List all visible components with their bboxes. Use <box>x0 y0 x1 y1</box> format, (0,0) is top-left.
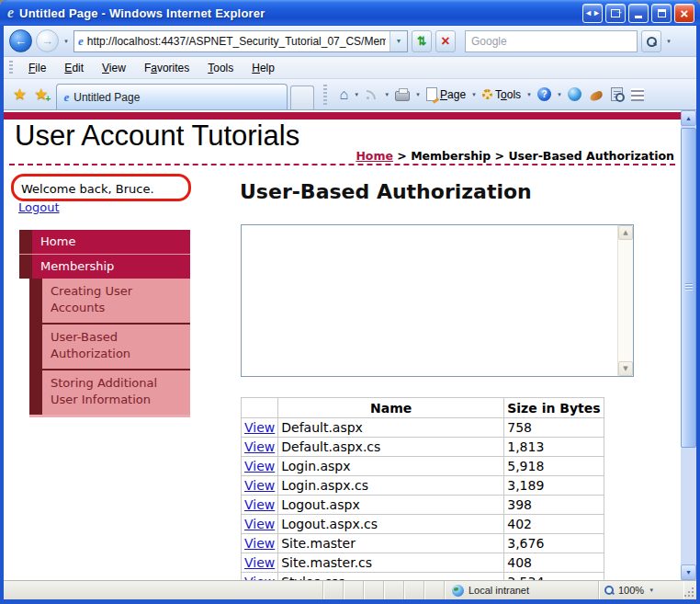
zoom-pane[interactable]: 100% ▼ <box>599 581 683 599</box>
blue-sphere-icon <box>568 87 581 101</box>
view-link[interactable]: View <box>244 459 275 473</box>
scrollbar-down-button[interactable]: ▼ <box>681 564 696 580</box>
feeds-button[interactable] <box>361 85 382 104</box>
nav-item-label: Home <box>32 230 190 254</box>
resize-grip[interactable] <box>683 581 696 599</box>
file-size: 398 <box>504 496 604 515</box>
label-fragment: V <box>102 62 109 74</box>
home-button[interactable]: ⌂ <box>336 85 353 105</box>
browser-window: e Untitled Page - Windows Internet Explo… <box>0 0 700 604</box>
address-dropdown-button[interactable]: ▼ <box>390 31 407 51</box>
stop-button[interactable]: × <box>435 30 456 52</box>
scrollbar-up-button[interactable]: ▲ <box>681 110 696 126</box>
view-link[interactable]: View <box>244 555 275 570</box>
address-field[interactable]: e http://localhost:4437/ASPNET_Security_… <box>73 30 408 52</box>
nav-item-user-based-authorization[interactable]: User-Based Authorization <box>29 323 190 369</box>
view-link[interactable]: View <box>244 536 275 551</box>
scroll-up-button[interactable]: ▲ <box>618 225 633 240</box>
nav-item-storing-additional-user-information[interactable]: Storing Additional User Information <box>29 369 190 415</box>
scrollbar-thumb[interactable] <box>681 128 696 448</box>
tools-menu-button[interactable]: Tools <box>479 85 525 104</box>
nav-item-creating-user-accounts[interactable]: Creating User Accounts <box>29 279 190 323</box>
table-row: View Site.master.cs 408 <box>242 553 604 573</box>
menu-file[interactable]: File <box>20 59 54 77</box>
popout-button[interactable] <box>605 4 626 23</box>
menu-help[interactable]: Help <box>243 59 283 77</box>
search-icon <box>646 36 657 47</box>
menu-edit[interactable]: Edit <box>56 59 92 77</box>
page-top-bar <box>4 112 681 120</box>
home-chevron-icon[interactable]: ▼ <box>353 92 360 97</box>
breadcrumb-home-link[interactable]: Home <box>356 149 393 163</box>
zoom-chevron-icon[interactable]: ▼ <box>648 587 655 593</box>
page-scrollbar[interactable]: ▲ ▼ <box>681 110 696 580</box>
title-bar[interactable]: e Untitled Page - Windows Internet Explo… <box>0 0 700 26</box>
history-chevron-icon[interactable]: ▼ <box>62 39 70 44</box>
view-link[interactable]: View <box>244 439 275 454</box>
page-menu-button[interactable]: Page <box>423 85 469 104</box>
logout-link[interactable]: Logout <box>18 200 60 214</box>
nav-item-membership[interactable]: Membership <box>19 255 190 279</box>
view-link[interactable]: View <box>244 517 275 531</box>
view-link[interactable]: View <box>244 497 275 512</box>
label-fragment: P <box>440 88 447 101</box>
search-input[interactable]: Google <box>465 30 638 52</box>
highlighter-button[interactable] <box>586 85 606 103</box>
table-header-row: Name Size in Bytes <box>242 398 604 418</box>
breadcrumb-membership: Membership <box>411 149 491 163</box>
title-bar-buttons: ◄► × <box>582 4 694 23</box>
menu-view[interactable]: View <box>94 59 134 77</box>
messenger-button[interactable] <box>564 85 585 104</box>
print-chevron-icon[interactable]: ▼ <box>414 92 422 97</box>
scroll-down-button[interactable]: ▼ <box>618 361 633 376</box>
status-segment <box>344 581 364 599</box>
help-button[interactable]: ? <box>534 85 555 104</box>
refresh-icon: ⇄ <box>414 36 428 46</box>
snippet-button[interactable] <box>627 85 648 104</box>
toolbar-grip[interactable] <box>9 61 13 75</box>
file-name: Site.master <box>278 534 504 553</box>
forward-button[interactable]: → <box>36 29 59 52</box>
maximize-icon <box>658 9 666 17</box>
refresh-button[interactable]: ⇄ <box>412 30 432 52</box>
status-segment <box>404 581 424 599</box>
nav-subitem-label: User-Based Authorization <box>42 323 190 369</box>
table-row: View Logout.aspx 398 <box>242 496 604 515</box>
file-size: 1,813 <box>504 438 604 457</box>
tab-untitled-page[interactable]: e Untitled Page <box>56 84 288 109</box>
menu-tools[interactable]: Tools <box>199 59 242 77</box>
textarea-scrollbar[interactable]: ▲ ▼ <box>617 225 633 376</box>
minimize-button[interactable] <box>628 4 649 23</box>
menu-favorites[interactable]: Favorites <box>136 59 198 77</box>
add-favorite-button[interactable]: ★ <box>34 85 48 104</box>
nav-item-home[interactable]: Home <box>19 230 190 254</box>
view-link[interactable]: View <box>244 478 275 493</box>
search-options-chevron-icon[interactable]: ▼ <box>665 39 672 44</box>
label-fragment: elp <box>260 62 275 74</box>
grid-icon <box>631 88 644 101</box>
site-title: User Account Tutorials <box>15 120 299 153</box>
file-name: Default.aspx.cs <box>278 438 504 457</box>
resize-button[interactable]: ◄► <box>582 4 603 23</box>
site-navigation: Home Membership Creating User Accounts U… <box>19 230 190 417</box>
page-chevron-icon[interactable]: ▼ <box>470 92 478 97</box>
web-page: User Account Tutorials Home > Membership… <box>4 110 681 580</box>
dashed-divider <box>9 164 675 165</box>
header-blank <box>242 398 278 418</box>
tools-chevron-icon[interactable]: ▼ <box>525 92 533 97</box>
maximize-button[interactable] <box>651 4 672 23</box>
close-button[interactable]: × <box>674 4 694 23</box>
view-link[interactable]: View <box>244 420 275 435</box>
print-button[interactable] <box>391 85 413 104</box>
nav-edge-strip <box>19 230 32 254</box>
help-chevron-icon[interactable]: ▼ <box>556 92 563 97</box>
menu-bar: File Edit View Favorites Tools Help <box>4 57 696 79</box>
search-button[interactable] <box>641 30 661 52</box>
file-contents-textarea[interactable]: ▲ ▼ <box>241 224 634 377</box>
file-size: 3,534 <box>504 573 604 581</box>
new-tab-button[interactable] <box>290 85 314 109</box>
research-button[interactable] <box>607 85 627 104</box>
feeds-chevron-icon[interactable]: ▼ <box>383 92 390 97</box>
back-button[interactable]: ← <box>9 29 32 52</box>
favorites-center-button[interactable]: ★ <box>13 85 27 104</box>
